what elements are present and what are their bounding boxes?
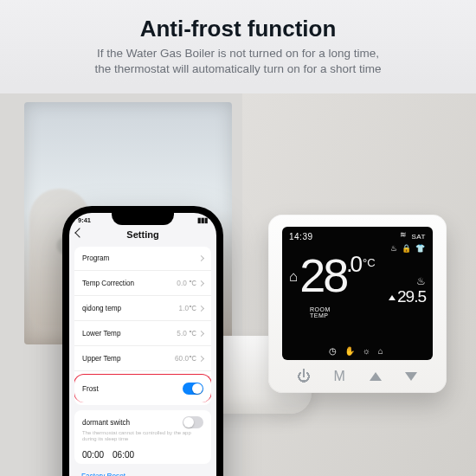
settings-title-label: Setting [126,229,158,240]
scene-backdrop: 9:41 ▮▮▮ Setting Program Temp Correction… [0,93,476,476]
set-temp-block: ♨ 29.5 [389,275,426,306]
row-upper-value: 60.0℃ [175,354,203,363]
thermostat-device: 14:39 SAT ♨ 🔒 👕 ≋ ⌂ 28.0 °C ROOMTEMP ♨ [268,215,447,393]
toggle-knob [192,383,203,394]
sun-icon: ☼ [363,346,373,356]
dormant-label: dormant switch [82,419,130,427]
room-temp-value: 28.0 [299,254,360,297]
hand-icon: ✋ [344,346,357,356]
power-button[interactable]: ⏻ [292,369,316,384]
phone-notch [112,213,174,225]
row-qidong-temp[interactable]: qidong temp 1.0℃ [74,296,211,321]
toggle-knob [183,417,194,428]
row-lower-label: Lower Temp [82,330,120,338]
row-lower-temp[interactable]: Lower Temp 5.0 ℃ [74,321,211,346]
row-lower-value: 5.0 ℃ [177,329,203,338]
thermostat-lcd: 14:39 SAT ♨ 🔒 👕 ≋ ⌂ 28.0 °C ROOMTEMP ♨ [282,227,433,360]
page-subtitle: If the Water Gas Boiler is not turned on… [17,46,459,77]
row-qidong-label: qidong temp [82,305,121,312]
settings-title: Setting [69,224,216,243]
subtitle-line-1: If the Water Gas Boiler is not turned on… [97,47,379,60]
mode-button[interactable]: M [327,369,351,384]
row-tc-value: 0.0 ℃ [177,279,203,287]
page-title: Anti-frost function [17,16,459,42]
row-upper-label: Upper Temp [82,355,120,363]
row-program-label: Program [82,254,109,262]
dormant-note: The thermostat cannot be controlled by t… [82,430,203,442]
shirt-icon: 👕 [415,244,425,253]
chevron-right-icon [198,355,204,361]
chevron-right-icon [198,305,204,311]
chevron-right-icon [198,330,204,336]
down-button[interactable] [399,372,423,381]
dormant-time-end[interactable]: 06:00 [113,450,134,460]
flame-icon: ♨ [390,244,397,253]
chevron-right-icon [198,255,204,261]
chevron-right-icon [198,280,204,286]
room-temp-dec: .0 [346,251,360,277]
back-icon[interactable] [74,228,84,237]
row-temp-correction[interactable]: Temp Correction 0.0 ℃ [74,271,211,296]
row-qidong-value: 1.0℃ [179,304,203,312]
triangle-down-icon [405,372,417,381]
lock-icon: 🔒 [402,244,411,253]
thermostat-buttons: ⏻ M [282,360,433,386]
status-icons: ▮▮▮ [197,216,208,224]
lcd-status-icons: ♨ 🔒 👕 [390,244,425,253]
house-icon: ⌂ [378,346,386,356]
up-button[interactable] [363,372,388,381]
arrow-up-icon [389,295,396,300]
row-tc-label: Temp Correction [82,280,134,287]
phone-screen: 9:41 ▮▮▮ Setting Program Temp Correction… [69,213,216,476]
dormant-block: dormant switch The thermostat cannot be … [74,410,211,464]
room-temp-int: 28 [299,249,346,301]
settings-list: Program Temp Correction 0.0 ℃ qidong tem… [74,247,211,405]
status-time: 9:41 [78,216,91,224]
phone-frame: 9:41 ▮▮▮ Setting Program Temp Correction… [62,206,223,476]
clock-icon: ◷ [329,346,339,356]
unit-label: °C [363,256,376,269]
frost-toggle[interactable] [183,383,203,395]
row-upper-temp[interactable]: Upper Temp 60.0℃ [74,346,211,371]
lcd-clock: 14:39 [289,232,313,241]
dormant-toggle[interactable] [183,416,203,428]
lcd-bottom-icons: ◷ ✋ ☼ ⌂ [282,346,433,356]
row-frost[interactable]: Frost [74,374,211,402]
wifi-icon: ≋ [400,230,407,239]
dormant-times: 00:00 06:00 [82,450,203,460]
room-temp-label: ROOMTEMP [310,306,331,318]
triangle-up-icon [370,372,382,381]
home-icon: ⌂ [289,268,298,286]
row-program[interactable]: Program [74,247,211,271]
row-frost-label: Frost [82,385,99,393]
set-temp-value: 29.5 [389,287,426,306]
lcd-day: SAT [412,233,426,241]
subtitle-line-2: the thermostat will automatically turn o… [95,62,382,75]
set-flame-icon: ♨ [389,275,426,287]
factory-reset-link[interactable]: Factory Reset [69,464,216,476]
dormant-time-start[interactable]: 00:00 [82,450,104,460]
row-program-value [196,256,203,261]
